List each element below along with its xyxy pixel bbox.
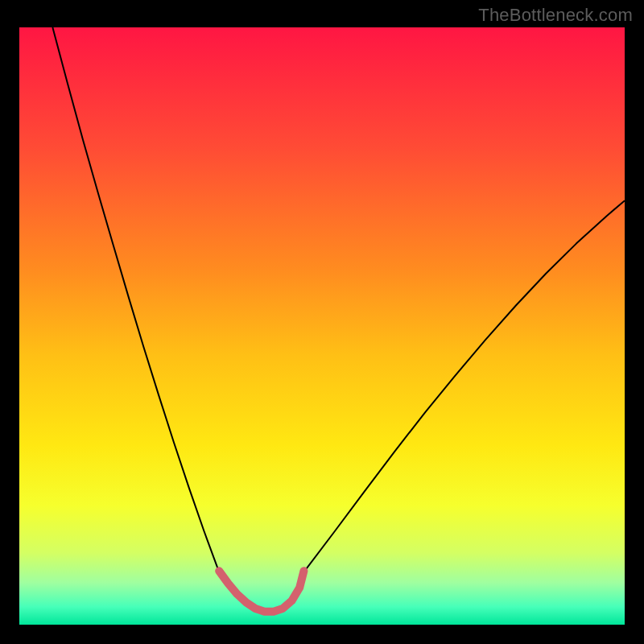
- watermark-text: TheBottleneck.com: [478, 5, 633, 26]
- chart-background: [19, 27, 625, 625]
- chart-plot-area: [19, 27, 625, 625]
- chart-frame: TheBottleneck.com: [0, 0, 644, 644]
- chart-svg: [19, 27, 625, 625]
